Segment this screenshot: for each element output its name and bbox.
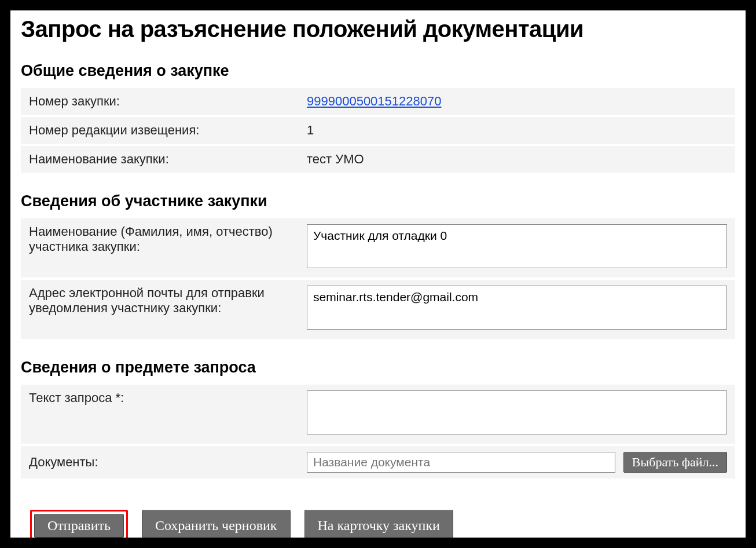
label-participant-email: Адрес электронной почты для отправки уве… bbox=[29, 286, 307, 333]
submit-highlight-frame: Отправить bbox=[30, 510, 128, 538]
section-request-heading: Сведения о предмете запроса bbox=[21, 359, 735, 377]
label-documents: Документы: bbox=[29, 455, 307, 470]
textarea-participant-email[interactable] bbox=[307, 286, 727, 330]
label-request-text: Текст запроса *: bbox=[29, 390, 307, 438]
section-request-panel: Текст запроса *: Документы: Выбрать файл… bbox=[21, 385, 735, 478]
value-notice-revision: 1 bbox=[307, 123, 727, 138]
row-purchase-name: Наименование закупки: тест УМО bbox=[21, 144, 735, 173]
submit-button[interactable]: Отправить bbox=[34, 514, 124, 538]
row-request-text: Текст запроса *: bbox=[21, 385, 735, 444]
row-participant-email: Адрес электронной почты для отправки уве… bbox=[21, 277, 735, 339]
section-general-panel: Номер закупки: 9999000500151228070 Номер… bbox=[21, 88, 735, 173]
row-purchase-number: Номер закупки: 9999000500151228070 bbox=[21, 88, 735, 115]
row-documents: Документы: Выбрать файл... bbox=[21, 444, 735, 478]
row-participant-name: Наименование (Фамилия, имя, отчество) уч… bbox=[21, 218, 735, 277]
label-notice-revision: Номер редакции извещения: bbox=[29, 123, 307, 138]
textarea-request-text[interactable] bbox=[307, 390, 727, 434]
link-purchase-number[interactable]: 9999000500151228070 bbox=[307, 94, 441, 108]
form-container: Запрос на разъяснение положений документ… bbox=[10, 10, 746, 538]
save-draft-button[interactable]: Сохранить черновик bbox=[142, 510, 291, 538]
value-purchase-name: тест УМО bbox=[307, 152, 727, 167]
row-notice-revision: Номер редакции извещения: 1 bbox=[21, 115, 735, 144]
label-purchase-name: Наименование закупки: bbox=[29, 152, 307, 167]
section-general-heading: Общие сведения о закупке bbox=[21, 62, 735, 80]
to-purchase-card-button[interactable]: На карточку закупки bbox=[304, 510, 453, 538]
textarea-participant-name[interactable] bbox=[307, 224, 727, 268]
page-title: Запрос на разъяснение положений документ… bbox=[21, 16, 735, 42]
choose-file-button[interactable]: Выбрать файл... bbox=[623, 452, 727, 473]
section-participant-heading: Сведения об участнике закупки bbox=[21, 192, 735, 210]
label-participant-name: Наименование (Фамилия, имя, отчество) уч… bbox=[29, 224, 307, 272]
footer-actions: Отправить Сохранить черновик На карточку… bbox=[21, 510, 735, 538]
input-document-name[interactable] bbox=[307, 452, 615, 473]
label-purchase-number: Номер закупки: bbox=[29, 94, 307, 109]
section-participant-panel: Наименование (Фамилия, имя, отчество) уч… bbox=[21, 218, 735, 339]
